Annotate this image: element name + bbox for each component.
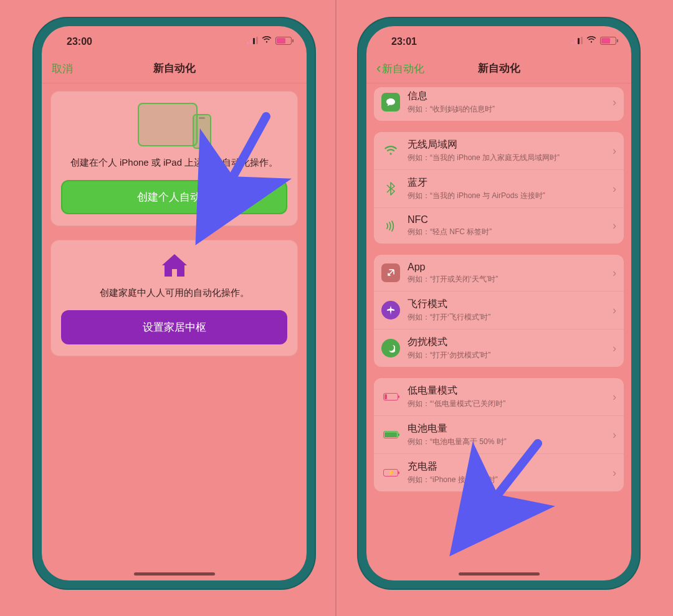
page-title: 新自动化 — [478, 61, 520, 75]
create-personal-button[interactable]: 创建个人自动化 — [61, 180, 287, 214]
home-icon — [160, 252, 189, 279]
chevron-right-icon: › — [613, 304, 616, 317]
cancel-button[interactable]: 取消 — [52, 61, 73, 75]
chevron-right-icon: › — [613, 145, 616, 158]
chevron-right-icon: › — [613, 467, 616, 480]
chevron-right-icon: › — [613, 342, 616, 355]
devices-illustration — [61, 103, 287, 146]
trigger-group-settings: App 例如：“打开或关闭‘天气’时” › 飞行模式 例如：“打开‘飞行模式’时… — [374, 255, 624, 367]
phone-left: 23:00 取消 新自动化 — [32, 17, 316, 590]
chevron-left-icon: ‹ — [376, 62, 381, 75]
trigger-row-low-power[interactable]: 低电量模式 例如：“‘低电量模式’已关闭时” › — [374, 378, 624, 415]
moon-icon — [381, 339, 400, 358]
low-power-icon — [381, 387, 400, 406]
row-subtitle: 例如：“打开‘勿扰模式’时” — [408, 350, 613, 361]
row-title: 低电量模式 — [408, 384, 613, 397]
chevron-right-icon: › — [613, 267, 616, 280]
trigger-group-communication: 信息 例如：“收到妈妈的信息时” › — [374, 87, 624, 121]
chevron-right-icon: › — [613, 182, 616, 196]
nav-header: 取消 新自动化 — [42, 54, 307, 83]
status-time: 23:00 — [67, 36, 92, 47]
sheet-body: 信息 例如：“收到妈妈的信息时” › 无线局域网 例如：“当我的 iPhon — [366, 83, 631, 580]
row-title: 勿扰模式 — [408, 336, 613, 349]
home-desc: 创建家庭中人人可用的自动化操作。 — [61, 285, 287, 300]
trigger-group-connectivity: 无线局域网 例如：“当我的 iPhone 加入家庭无线局域网时” › 蓝牙 例如… — [374, 132, 624, 244]
chevron-right-icon: › — [613, 219, 616, 232]
row-subtitle: 例如：“打开或关闭‘天气’时” — [408, 274, 613, 285]
trigger-row-battery-level[interactable]: 电池电量 例如：“电池电量高于 50% 时” › — [374, 415, 624, 453]
row-subtitle: 例如：“打开‘飞行模式’时” — [408, 312, 613, 323]
trigger-row-airplane[interactable]: 飞行模式 例如：“打开‘飞行模式’时” › — [374, 291, 624, 329]
battery-level-icon — [381, 425, 400, 444]
signal-icon — [571, 37, 583, 44]
trigger-group-power: 低电量模式 例如：“‘低电量模式’已关闭时” › 电池电量 例如：“电池电量高于… — [374, 378, 624, 491]
row-subtitle: 例如：“当我的 iPhone 与 AirPods 连接时” — [408, 191, 613, 201]
setup-home-hub-button[interactable]: 设置家居中枢 — [61, 310, 287, 344]
row-title: App — [408, 262, 613, 273]
row-subtitle: 例如：“‘低电量模式’已关闭时” — [408, 399, 613, 409]
charger-icon: ⚡ — [381, 463, 400, 482]
chevron-right-icon: › — [613, 391, 616, 404]
home-automation-card: 创建家庭中人人可用的自动化操作。 设置家居中枢 — [50, 240, 298, 356]
row-title: 信息 — [408, 90, 613, 103]
status-icons — [571, 36, 616, 45]
status-icons — [247, 36, 292, 45]
phone-screen: 23:00 取消 新自动化 — [42, 26, 307, 580]
home-indicator[interactable] — [459, 572, 540, 576]
back-label: 新自动化 — [382, 61, 424, 75]
row-subtitle: 例如：“iPhone 接入电源时” — [408, 475, 613, 485]
nfc-icon — [381, 217, 400, 235]
signal-icon — [247, 37, 258, 44]
chevron-right-icon: › — [613, 96, 616, 109]
trigger-row-app[interactable]: App 例如：“打开或关闭‘天气’时” › — [374, 255, 624, 291]
status-bar: 23:00 — [42, 26, 307, 54]
app-icon — [381, 263, 400, 282]
row-title: 飞行模式 — [408, 298, 613, 311]
row-subtitle: 例如：“电池电量高于 50% 时” — [408, 437, 613, 447]
chevron-right-icon: › — [613, 429, 616, 442]
personal-automation-card: 创建在个人 iPhone 或 iPad 上运行的自动化操作。 创建个人自动化 — [50, 91, 298, 226]
home-indicator[interactable] — [134, 572, 215, 576]
nav-header: ‹ 新自动化 新自动化 — [366, 54, 631, 83]
row-title: 蓝牙 — [408, 176, 613, 189]
trigger-row-wifi[interactable]: 无线局域网 例如：“当我的 iPhone 加入家庭无线局域网时” › — [374, 132, 624, 169]
trigger-row-bluetooth[interactable]: 蓝牙 例如：“当我的 iPhone 与 AirPods 连接时” › — [374, 169, 624, 207]
phone-right: 23:01 ‹ 新自动化 新自动化 — [357, 17, 641, 590]
row-subtitle: 例如：“轻点 NFC 标签时” — [408, 227, 613, 237]
bluetooth-icon — [381, 179, 400, 198]
phone-frame: 23:00 取消 新自动化 — [32, 17, 316, 590]
wifi-icon — [381, 141, 400, 160]
sheet-body: 创建在个人 iPhone 或 iPad 上运行的自动化操作。 创建个人自动化 创… — [42, 83, 307, 580]
status-time: 23:01 — [391, 36, 417, 47]
airplane-icon — [381, 301, 400, 320]
wifi-icon — [586, 36, 596, 45]
screenshot-divider — [335, 0, 336, 616]
ipad-icon — [138, 103, 198, 146]
trigger-row-charger[interactable]: ⚡ 充电器 例如：“iPhone 接入电源时” › — [374, 453, 624, 491]
phone-screen: 23:01 ‹ 新自动化 新自动化 — [366, 26, 631, 580]
row-subtitle: 例如：“当我的 iPhone 加入家庭无线局域网时” — [408, 153, 613, 163]
personal-desc: 创建在个人 iPhone 或 iPad 上运行的自动化操作。 — [61, 155, 287, 170]
wifi-icon — [262, 36, 272, 45]
page-title: 新自动化 — [153, 61, 196, 75]
back-button[interactable]: ‹ 新自动化 — [376, 61, 424, 75]
trigger-row-dnd[interactable]: 勿扰模式 例如：“打开‘勿扰模式’时” › — [374, 329, 624, 367]
row-title: 无线局域网 — [408, 138, 613, 151]
iphone-icon — [193, 114, 211, 149]
status-bar: 23:01 — [366, 26, 631, 54]
row-title: NFC — [408, 214, 613, 225]
trigger-row-nfc[interactable]: NFC 例如：“轻点 NFC 标签时” › — [374, 207, 624, 244]
row-title: 充电器 — [408, 460, 613, 473]
battery-icon — [600, 37, 616, 45]
row-title: 电池电量 — [408, 422, 613, 435]
battery-icon — [275, 37, 292, 45]
phone-frame: 23:01 ‹ 新自动化 新自动化 — [357, 17, 641, 590]
message-icon — [381, 93, 400, 111]
trigger-row-message[interactable]: 信息 例如：“收到妈妈的信息时” › — [374, 87, 624, 121]
row-subtitle: 例如：“收到妈妈的信息时” — [408, 104, 613, 115]
